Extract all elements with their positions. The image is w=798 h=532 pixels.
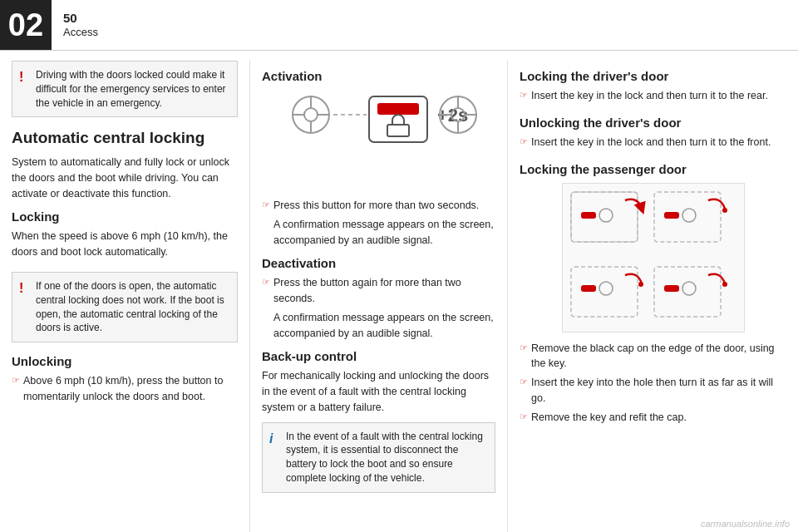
unlocking-bullet: Above 6 mph (10 km/h), press the button … (12, 373, 238, 405)
unlocking-driver-bullet: Insert the key in the lock and then turn… (520, 135, 786, 150)
svg-point-1 (304, 108, 318, 121)
deactivation-bullet: Press the button again for more than two… (262, 275, 495, 307)
deactivation-note: A confirmation message appears on the sc… (262, 310, 495, 342)
svg-rect-19 (581, 212, 596, 219)
warning-icon-2: ! (19, 279, 23, 298)
backup-heading: Back-up control (262, 349, 495, 363)
main-content: ! Driving with the doors locked could ma… (0, 51, 798, 532)
warning-box-1: ! Driving with the doors locked could ma… (12, 61, 238, 117)
passenger-bullet-1: Remove the black cap on the edge of the … (520, 341, 786, 372)
warning-text-2: If one of the doors is open, the automat… (36, 280, 224, 333)
svg-point-31 (682, 282, 696, 295)
passenger-svg (563, 184, 745, 332)
right-column: Locking the driver's door Insert the key… (507, 61, 798, 532)
warning-icon-1: ! (19, 68, 23, 86)
svg-rect-30 (664, 285, 679, 292)
locking-passenger-heading: Locking the passenger door (520, 162, 786, 176)
svg-point-27 (599, 282, 613, 295)
locking-driver-heading: Locking the driver's door (520, 69, 786, 83)
page-title: Access (63, 26, 98, 39)
section-heading-unlocking: Unlocking (12, 354, 238, 368)
svg-rect-8 (377, 103, 419, 115)
svg-point-24 (722, 208, 727, 213)
svg-point-32 (722, 282, 727, 287)
svg-point-28 (638, 282, 643, 287)
section-heading-auto-central: Automatic central locking (12, 129, 238, 148)
svg-point-23 (682, 209, 696, 222)
unlocking-driver-heading: Unlocking the driver's door (520, 116, 786, 130)
info-box: i In the event of a fault with the centr… (262, 422, 495, 493)
activation-heading: Activation (262, 69, 495, 83)
passenger-bullet-1-text: Remove the black cap on the edge of the … (531, 342, 775, 370)
mid-column: Activation +2s (249, 61, 507, 532)
chapter-info: 50 Access (52, 0, 110, 50)
activation-note: A confirmation message appears on the sc… (262, 217, 495, 249)
svg-rect-26 (581, 285, 596, 292)
locking-driver-bullet-text: Insert the key in the lock and then turn… (531, 90, 768, 101)
page-number: 50 (63, 11, 98, 26)
svg-rect-9 (387, 125, 409, 136)
passenger-bullet-2-text: Insert the key into the hole then turn i… (531, 377, 773, 404)
activation-bullet: Press this button for more than two seco… (262, 198, 495, 214)
passenger-bullet-3-text: Remove the key and refit the cap. (531, 411, 687, 423)
deactivation-heading: Deactivation (262, 256, 495, 270)
section-body-locking: When the speed is above 6 mph (10 km/h),… (12, 229, 238, 260)
unlocking-driver-bullet-text: Insert the key in the lock and then turn… (531, 136, 771, 148)
info-icon: i (269, 430, 273, 448)
left-column: ! Driving with the doors locked could ma… (0, 61, 249, 532)
unlocking-bullet-text: Above 6 mph (10 km/h), press the button … (23, 375, 223, 402)
svg-point-20 (599, 209, 613, 222)
passenger-bullet-3: Remove the key and refit the cap. (520, 410, 786, 426)
activation-bullet-text: Press this button for more than two seco… (273, 200, 479, 211)
info-text: In the event of a fault with the central… (286, 431, 483, 484)
activation-illustration: +2s (279, 90, 479, 190)
chapter-number: 02 (0, 0, 52, 50)
passenger-bullet-2: Insert the key into the hole then turn i… (520, 375, 786, 406)
warning-box-2: ! If one of the doors is open, the autom… (12, 272, 238, 342)
locking-driver-bullet: Insert the key in the lock and then turn… (520, 88, 786, 104)
page-header: 02 50 Access (0, 0, 798, 51)
section-body-auto-central: System to automatically and fully lock o… (12, 155, 238, 201)
section-heading-locking: Locking (12, 209, 238, 224)
backup-body: For mechanically locking and unlocking t… (262, 368, 495, 415)
deactivation-bullet-text: Press the button again for more than two… (273, 277, 461, 304)
warning-text-1: Driving with the doors locked could make… (36, 69, 226, 109)
passenger-door-illustration (562, 183, 745, 332)
svg-rect-22 (664, 212, 679, 219)
watermark: carmanualsonline.info (701, 519, 790, 529)
activation-svg: +2s (279, 90, 479, 185)
